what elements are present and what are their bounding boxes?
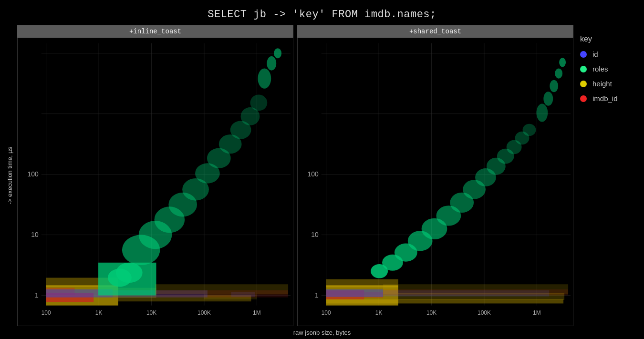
- right-chart-container: 1 10 100 100 1K 10K 100K 1M: [297, 38, 573, 326]
- legend-label-id: id: [592, 50, 598, 58]
- svg-rect-71: [326, 289, 383, 297]
- svg-point-89: [550, 80, 558, 92]
- svg-point-90: [555, 68, 562, 78]
- legend-area: key id roles height imdb_id: [573, 25, 640, 326]
- right-panel: +shared_toast: [297, 25, 573, 326]
- svg-point-42: [274, 48, 281, 58]
- legend-item-id: id: [580, 50, 634, 58]
- legend-label-roles: roles: [592, 65, 608, 73]
- svg-text:1M: 1M: [253, 309, 261, 316]
- left-panel: +inline_toast: [17, 25, 293, 326]
- green-dots-left: [98, 48, 281, 295]
- svg-rect-93: [383, 289, 568, 296]
- svg-text:1: 1: [315, 291, 319, 298]
- svg-text:10: 10: [31, 230, 38, 238]
- main-body: -> execution time, µs +inline_toast: [0, 25, 644, 326]
- svg-point-88: [543, 92, 553, 106]
- legend-item-roles: roles: [580, 65, 634, 73]
- legend-label-height: height: [592, 80, 612, 88]
- legend-item-height: height: [580, 80, 634, 88]
- svg-text:10K: 10K: [426, 309, 437, 316]
- svg-text:10: 10: [311, 230, 318, 238]
- mixed-scatter-left: [156, 284, 289, 298]
- svg-point-87: [536, 104, 548, 122]
- bottom-area: raw jsonb size, bytes: [0, 326, 644, 339]
- svg-point-86: [523, 124, 536, 136]
- page-title: SELECT jb -> 'key' FROM imdb.names;: [0, 0, 644, 25]
- app-container: SELECT jb -> 'key' FROM imdb.names; -> e…: [0, 0, 644, 339]
- x-axis-label: raw jsonb size, bytes: [293, 329, 351, 336]
- svg-text:1M: 1M: [533, 309, 541, 316]
- svg-text:100K: 100K: [197, 309, 211, 316]
- svg-rect-68: [326, 299, 563, 303]
- svg-text:100: 100: [322, 309, 331, 316]
- legend-dot-roles: [580, 66, 587, 72]
- svg-text:10K: 10K: [146, 309, 157, 316]
- svg-point-40: [258, 68, 271, 88]
- two-panels: +inline_toast: [17, 25, 573, 326]
- svg-text:100: 100: [42, 309, 51, 316]
- right-panel-header: +shared_toast: [297, 25, 573, 38]
- svg-point-91: [559, 58, 566, 67]
- svg-point-44: [116, 263, 143, 283]
- legend-dot-height: [580, 81, 587, 87]
- y-axis-label-col: -> execution time, µs: [2, 25, 17, 326]
- legend-item-imdb-id: imdb_id: [580, 94, 634, 103]
- svg-text:1K: 1K: [95, 309, 103, 316]
- svg-text:100K: 100K: [478, 309, 491, 316]
- left-panel-header: +inline_toast: [17, 25, 293, 38]
- green-dots-right: [371, 58, 566, 278]
- svg-text:1K: 1K: [375, 309, 383, 316]
- mixed-scatter-right: [383, 284, 568, 295]
- svg-text:100: 100: [28, 170, 39, 177]
- y-axis-label: -> execution time, µs: [6, 147, 13, 205]
- svg-rect-46: [156, 290, 289, 298]
- svg-point-41: [267, 56, 276, 71]
- svg-point-39: [250, 94, 267, 111]
- left-chart-container: 1 10 100 100 1K 10K 100K 1M: [17, 38, 293, 326]
- left-chart-svg: 1 10 100 100 1K 10K 100K 1M: [18, 38, 293, 326]
- panels-and-legend: +inline_toast: [17, 25, 640, 326]
- svg-text:100: 100: [308, 170, 319, 177]
- svg-text:1: 1: [35, 291, 39, 298]
- legend-dot-imdb-id: [580, 95, 587, 102]
- legend-title: key: [580, 35, 634, 43]
- legend-label-imdb-id: imdb_id: [592, 94, 618, 103]
- right-chart-svg: 1 10 100 100 1K 10K 100K 1M: [298, 38, 573, 326]
- legend-dot-id: [580, 51, 587, 58]
